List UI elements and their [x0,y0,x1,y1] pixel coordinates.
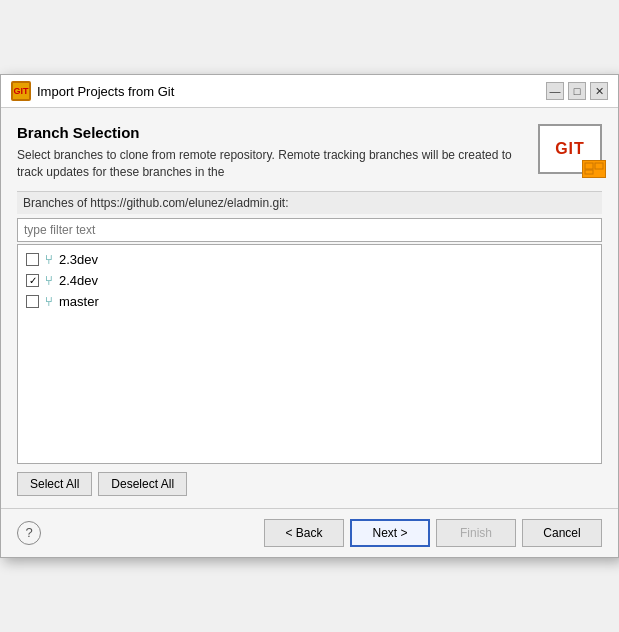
select-all-button[interactable]: Select All [17,472,92,496]
git-logo: GIT [538,124,602,174]
branch-name-2-4dev: 2.4dev [59,273,98,288]
section-description: Select branches to clone from remote rep… [17,147,528,181]
filter-input[interactable] [17,218,602,242]
import-projects-dialog: GIT Import Projects from Git — □ ✕ Branc… [0,74,619,558]
branch-checkbox-2-4dev[interactable] [26,274,39,287]
cancel-button[interactable]: Cancel [522,519,602,547]
branch-name-2-3dev: 2.3dev [59,252,98,267]
section-title: Branch Selection [17,124,528,141]
svg-rect-1 [595,163,603,169]
dialog-content: Branch Selection Select branches to clon… [1,108,618,509]
branch-checkbox-2-3dev[interactable] [26,253,39,266]
header-text: Branch Selection Select branches to clon… [17,124,538,181]
minimize-button[interactable]: — [546,82,564,100]
select-buttons-group: Select All Deselect All [17,472,602,496]
dialog-title: Import Projects from Git [37,84,174,99]
next-button[interactable]: Next > [350,519,430,547]
branch-item-2-4dev[interactable]: ⑂ 2.4dev [18,270,601,291]
branch-icon-2-4dev: ⑂ [45,273,53,288]
branch-checkbox-master[interactable] [26,295,39,308]
branch-item-2-3dev[interactable]: ⑂ 2.3dev [18,249,601,270]
back-button[interactable]: < Back [264,519,344,547]
branch-name-master: master [59,294,99,309]
git-logo-badge [582,160,606,178]
help-button[interactable]: ? [17,521,41,545]
dialog-icon-text: GIT [14,86,29,96]
footer: ? < Back Next > Finish Cancel [1,509,618,557]
branch-item-master[interactable]: ⑂ master [18,291,601,312]
title-bar: GIT Import Projects from Git — □ ✕ [1,75,618,108]
close-button[interactable]: ✕ [590,82,608,100]
maximize-button[interactable]: □ [568,82,586,100]
git-logo-text: GIT [555,140,585,158]
deselect-all-button[interactable]: Deselect All [98,472,187,496]
finish-button[interactable]: Finish [436,519,516,547]
dialog-icon: GIT [11,81,31,101]
title-bar-left: GIT Import Projects from Git [11,81,174,101]
header-section: Branch Selection Select branches to clon… [17,124,602,181]
branch-icon-master: ⑂ [45,294,53,309]
branches-label: Branches of https://github.com/elunez/el… [17,191,602,214]
branches-list: ⑂ 2.3dev ⑂ 2.4dev ⑂ master [17,244,602,464]
svg-rect-2 [585,170,593,174]
svg-rect-0 [585,163,593,169]
title-controls: — □ ✕ [546,82,608,100]
branch-icon-2-3dev: ⑂ [45,252,53,267]
footer-buttons: < Back Next > Finish Cancel [264,519,602,547]
